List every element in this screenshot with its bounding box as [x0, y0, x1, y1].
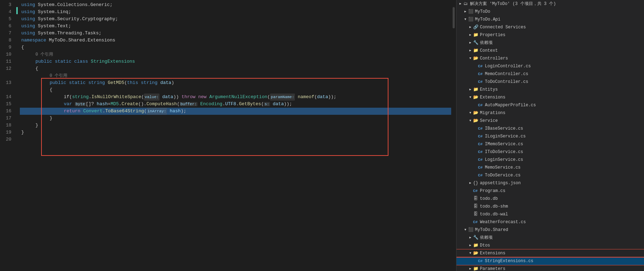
cs-icon-memoservice: C#: [478, 165, 483, 170]
se-item-automapperprofile[interactable]: C#AutoMapperProfile.cs: [457, 101, 644, 109]
se-item-program[interactable]: C#Program.cs: [457, 187, 644, 195]
tree-arrow-shared-dep: ▶: [468, 235, 473, 240]
se-item-migrations[interactable]: ▼📂Migrations: [457, 109, 644, 117]
se-item-todocontroller[interactable]: C#ToDoController.cs: [457, 78, 644, 86]
se-item-mytodo-api[interactable]: ▼⬛MyToDo.Api: [457, 16, 644, 23]
tree-arrow-placeholder: [473, 173, 478, 178]
se-item-weatherforecast[interactable]: C#WeatherForecast.cs: [457, 218, 644, 226]
se-item-mytodo[interactable]: ▶⬛MyToDo: [457, 8, 644, 16]
se-item-properties[interactable]: ▶📁Properties: [457, 31, 644, 39]
se-item-context[interactable]: ▶📁Context: [457, 47, 644, 55]
tree-arrow-connected-services: ▶: [468, 25, 473, 30]
dependency-icon-dependencies: 🔧: [473, 40, 478, 46]
se-item-entitys[interactable]: ▶📁Entitys: [457, 86, 644, 94]
code-line-17: var byte[]? hash=MD5.Create().ComputeHas…: [20, 101, 451, 108]
code-line-9: {: [20, 44, 451, 51]
se-item-extensions[interactable]: ▼📂Extensions: [457, 94, 644, 101]
se-item-memocontroller[interactable]: C#MemoController.cs: [457, 70, 644, 78]
tree-arrow-placeholder: [473, 134, 478, 139]
tree-arrow-placeholder: [473, 72, 478, 77]
cs-icon-todoservice: C#: [478, 173, 483, 178]
se-label-weatherforecast: WeatherForecast.cs: [480, 218, 526, 226]
se-label-todoservice: ToDoService.cs: [485, 171, 521, 179]
vertical-scrollbar[interactable]: [451, 0, 456, 271]
se-item-dependencies[interactable]: ▶🔧依赖项: [457, 39, 644, 47]
cs-icon-program: C#: [473, 188, 478, 194]
se-item-appsettings[interactable]: ▶{}appsettings.json: [457, 179, 644, 187]
cs-icon-itodoservice: C#: [478, 149, 483, 155]
cs-icon-logincontroller: C#: [478, 63, 483, 69]
tree-arrow-appsettings: ▶: [468, 181, 473, 186]
folder-open-icon-service-folder: 📂: [473, 118, 478, 124]
code-content: using System.Collections.Generic; using …: [20, 0, 451, 271]
se-item-loginservice[interactable]: C#LoginService.cs: [457, 156, 644, 164]
folder-icon-context: 📁: [473, 48, 478, 53]
se-label-iloginservice: ILoginService.cs: [485, 132, 526, 140]
se-item-ibaseservice[interactable]: C#IBaseService.cs: [457, 125, 644, 132]
se-label-loginservice: LoginService.cs: [485, 156, 523, 164]
tree-arrow-placeholder: [468, 188, 473, 193]
solution-icon-solution: 🗂: [463, 1, 469, 7]
se-item-todo-db[interactable]: 🗄todo.db: [457, 195, 644, 203]
code-line-6: using System.Text;: [20, 23, 451, 30]
se-item-itodoservice[interactable]: C#IToDoService.cs: [457, 148, 644, 156]
code-line-5: using System.Security.Cryptography;: [20, 16, 451, 23]
cs-icon-ibaseservice: C#: [478, 126, 483, 131]
se-label-mytodo-shared: MyToDo.Shared: [475, 226, 508, 234]
code-editor[interactable]: 3 4 5 6 7 8 9 10 11 12 13 14 15 16 17 18…: [0, 0, 456, 271]
se-label-migrations: Migrations: [480, 109, 505, 117]
cs-icon-automapperprofile: C#: [478, 102, 483, 108]
se-item-mytodo-shared[interactable]: ▼⬛MyToDo.Shared: [457, 226, 644, 234]
se-label-appsettings: appsettings.json: [480, 179, 521, 187]
code-line-18: return Convert.ToBase64String(inArray: h…: [20, 108, 451, 115]
se-item-imemoservice[interactable]: C#IMemoService.cs: [457, 140, 644, 148]
tree-arrow-service-folder: ▼: [468, 118, 473, 123]
folder-open-icon-migrations: 📂: [473, 110, 478, 116]
se-item-stringextensions[interactable]: C#StringExtensions.cs: [457, 257, 644, 265]
se-item-todoservice[interactable]: C#ToDoService.cs: [457, 171, 644, 179]
se-label-entitys: Entitys: [480, 86, 498, 94]
tree-arrow-placeholder: [468, 220, 473, 225]
tree-arrow-dtos: ▶: [468, 243, 473, 248]
se-label-todo-db-wal: todo.db-wal: [480, 210, 508, 218]
db-icon-todo-db-shm: 🗄: [473, 204, 478, 209]
se-label-program: Program.cs: [480, 187, 505, 195]
code-line-7: using System.Threading.Tasks;: [20, 30, 451, 37]
code-line-8: namespace MyToDo.Shared.Extensions: [20, 37, 451, 44]
tree-arrow-mytodo: ▶: [463, 9, 468, 14]
se-item-todo-db-shm[interactable]: 🗄todo.db-shm: [457, 203, 644, 210]
se-item-todo-db-wal[interactable]: 🗄todo.db-wal: [457, 210, 644, 218]
code-line-14: public static string GetMD5(this string …: [20, 79, 451, 86]
code-line-10: 0 个引用: [20, 51, 451, 58]
scrollbar-thumb[interactable]: [453, 7, 455, 28]
dependency-icon-shared-dep: 🔧: [473, 235, 478, 241]
se-label-dependencies: 依赖项: [480, 39, 493, 47]
tree-arrow-controllers: ▼: [468, 56, 473, 61]
tree-arrow-placeholder: [473, 126, 478, 131]
se-item-extensions-shared[interactable]: ▼📂Extensions: [457, 249, 644, 257]
se-label-dtos: Dtos: [480, 242, 490, 249]
se-item-logincontroller[interactable]: C#LoginController.cs: [457, 62, 644, 70]
tree-arrow-dependencies: ▶: [468, 40, 473, 45]
se-item-controllers[interactable]: ▼📂Controllers: [457, 55, 644, 62]
db-icon-todo-db-wal: 🗄: [473, 211, 478, 217]
se-item-parameters[interactable]: ▶📁Parameters: [457, 265, 644, 271]
se-item-dtos[interactable]: ▶📁Dtos: [457, 242, 644, 249]
se-item-iloginservice[interactable]: C#ILoginService.cs: [457, 132, 644, 140]
tree-arrow-placeholder: [473, 103, 478, 108]
cs-icon-imemoservice: C#: [478, 141, 483, 147]
tree-arrow-properties: ▶: [468, 33, 473, 38]
db-icon-todo-db: 🗄: [473, 196, 478, 202]
se-label-stringextensions: StringExtensions.cs: [485, 257, 533, 265]
se-item-memoservice[interactable]: C#MemoService.cs: [457, 164, 644, 171]
tree-arrow-placeholder: [473, 259, 478, 264]
se-label-extensions: Extensions: [480, 94, 505, 101]
se-item-shared-dep[interactable]: ▶🔧依赖项: [457, 234, 644, 242]
se-item-solution[interactable]: ▶🗂解决方案 'MyToDo' (3 个项目，共 3 个): [457, 0, 644, 8]
se-item-service-folder[interactable]: ▼📂Service: [457, 117, 644, 125]
cs-icon-stringextensions: C#: [478, 258, 483, 264]
se-label-memoservice: MemoService.cs: [485, 164, 521, 171]
folder-icon-parameters: 📁: [473, 266, 478, 271]
se-item-connected-services[interactable]: ▶🔗Connected Services: [457, 23, 644, 31]
code-line-19: }: [20, 115, 451, 122]
